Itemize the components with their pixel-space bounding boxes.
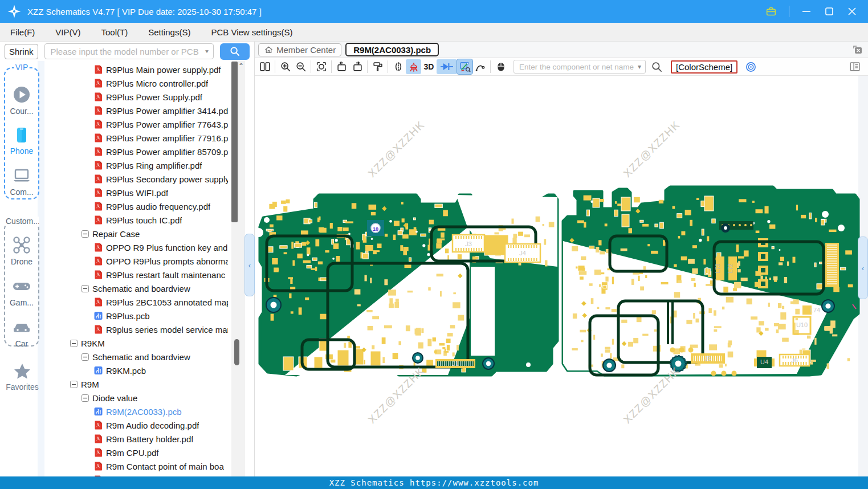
chevron-down-icon[interactable]: ▾ bbox=[205, 48, 209, 54]
tree-item[interactable]: R9Plus Power amplifier 3414.pd bbox=[44, 104, 228, 117]
sidebar-item-car[interactable]: Car bbox=[5, 317, 38, 348]
tree-group[interactable]: Schematic and boardview bbox=[44, 282, 228, 295]
collapse-left-panel-handle[interactable]: ‹ bbox=[244, 234, 255, 296]
sidebar-item-gam[interactable]: Gam... bbox=[5, 276, 38, 307]
tree-item[interactable]: R9Plus 2BC1053 annotated map bbox=[44, 295, 228, 309]
close-button[interactable] bbox=[846, 6, 858, 17]
net-search-icon[interactable] bbox=[651, 61, 663, 73]
component-label: J1 bbox=[452, 360, 459, 367]
tree-item[interactable]: R9Plus Micro controller.pdf bbox=[44, 76, 228, 90]
tree-item[interactable]: R9m Contact point of main boa bbox=[44, 459, 228, 473]
toolbar-divider bbox=[331, 60, 332, 73]
file-tree: R9Plus Main power supply.pdfR9Plus Micro… bbox=[44, 61, 254, 476]
component-label: J5 bbox=[704, 355, 711, 362]
minimize-button[interactable] bbox=[801, 6, 812, 17]
sidebar-item-label: Com... bbox=[10, 188, 33, 197]
tree-item[interactable]: OPPO R9 Plus function key and bbox=[44, 241, 228, 254]
curve-trace-icon[interactable] bbox=[472, 59, 488, 74]
tree-item-label: R9Plus Power amplifier 77916.p bbox=[106, 133, 228, 143]
tree-group[interactable]: Schematic and boardview bbox=[44, 350, 228, 364]
tree-item[interactable]: R9plus series model service mar bbox=[44, 323, 228, 336]
shrink-button[interactable]: Shrink bbox=[5, 44, 38, 59]
pcb-board-view[interactable]: 10J3J4J1J5U4J6U10L74L73L72XZZ@XZZHKXZZ@X… bbox=[255, 76, 868, 475]
zoom-in-icon[interactable] bbox=[278, 59, 293, 74]
three-d-view-button[interactable]: 3D bbox=[421, 59, 437, 74]
diode-mode-icon[interactable] bbox=[437, 59, 457, 74]
tree-item[interactable]: R9Plus Power amplifier 77916.p bbox=[44, 131, 228, 145]
rotate-right-icon[interactable] bbox=[349, 59, 365, 74]
tree-item[interactable]: R9Plus Main power supply.pdf bbox=[44, 63, 228, 76]
member-center-button[interactable]: Member Center bbox=[258, 43, 341, 56]
collapse-minus-icon[interactable] bbox=[70, 381, 78, 388]
collapse-right-panel-handle[interactable]: ‹ bbox=[858, 237, 868, 299]
tree-item[interactable]: R9m Battery holder.pdf bbox=[44, 432, 228, 446]
pdf-file-icon bbox=[94, 133, 103, 142]
tree-item[interactable]: R9Plus Power amplifier 85709.p bbox=[44, 145, 228, 158]
chevron-down-icon[interactable]: ▾ bbox=[638, 63, 641, 71]
tree-scrollbar-thumb[interactable] bbox=[231, 62, 238, 222]
model-search-box[interactable]: ▾ bbox=[44, 43, 214, 59]
menu-item-2[interactable]: VIP(V) bbox=[55, 27, 80, 37]
rotate-left-icon[interactable] bbox=[334, 59, 349, 74]
collapse-minus-icon[interactable] bbox=[81, 394, 89, 402]
color-scheme-button[interactable]: [ColorScheme] bbox=[671, 60, 737, 74]
collapse-minus-icon[interactable] bbox=[81, 285, 89, 292]
component-net-search-input[interactable] bbox=[518, 62, 638, 72]
menu-item-5[interactable]: PCB View settings(S) bbox=[211, 27, 292, 37]
tree-item[interactable]: R9Plus WIFI.pdf bbox=[44, 186, 228, 199]
paint-brush-icon[interactable] bbox=[370, 59, 385, 74]
mirror-flip-icon[interactable] bbox=[390, 59, 406, 74]
tree-item[interactable]: R9Plus Power Supply.pdf bbox=[44, 90, 228, 104]
fit-screen-icon[interactable] bbox=[313, 59, 329, 74]
measure-tool-icon[interactable] bbox=[457, 59, 472, 74]
tree-group[interactable]: Repair Case bbox=[44, 227, 228, 241]
tree-item[interactable]: R9Plus Secondary power supply bbox=[44, 172, 228, 186]
collapse-minus-icon[interactable] bbox=[70, 340, 78, 347]
component-net-search-box[interactable]: ▾ bbox=[514, 60, 646, 74]
pcb-file-icon bbox=[94, 366, 103, 375]
pdf-file-icon bbox=[94, 448, 103, 457]
tree-item[interactable]: R9KM.pcb bbox=[44, 364, 228, 377]
pcb-canvas[interactable]: 10J3J4J1J5U4J6U10L74L73L72XZZ@XZZHKXZZ@X… bbox=[255, 76, 868, 476]
layers-panel-icon[interactable] bbox=[849, 60, 861, 73]
menu-item-1[interactable]: File(F) bbox=[10, 27, 35, 37]
tree-item[interactable]: R9Plus Ring amplifier.pdf bbox=[44, 158, 228, 172]
pdf-file-icon bbox=[94, 421, 103, 430]
lamp-highlight-icon[interactable] bbox=[406, 59, 421, 74]
vip-briefcase-icon[interactable] bbox=[765, 5, 777, 18]
tree-item[interactable]: R9Plus restart fault maintenanc bbox=[44, 268, 228, 282]
visibility-eye-icon[interactable] bbox=[745, 61, 757, 73]
outer-scrollbar-thumb[interactable] bbox=[234, 339, 239, 365]
tree-group[interactable]: Diode value bbox=[44, 391, 228, 405]
sidebar-item-phone[interactable]: Phone bbox=[5, 125, 38, 156]
maximize-button[interactable] bbox=[824, 6, 835, 17]
menu-item-3[interactable]: Tool(T) bbox=[101, 27, 128, 37]
scroll-up-icon[interactable]: ⌃ bbox=[238, 62, 244, 70]
sidebar-item-com[interactable]: Com... bbox=[5, 165, 38, 197]
sidebar-item-cour[interactable]: Cour... bbox=[5, 84, 38, 116]
search-button[interactable] bbox=[220, 43, 250, 60]
tree-item[interactable]: R9m CPU.pdf bbox=[44, 446, 228, 459]
menu-item-4[interactable]: Settings(S) bbox=[148, 27, 190, 37]
tree-item[interactable]: R9m Audio decoding.pdf bbox=[44, 418, 228, 432]
zoom-out-icon[interactable] bbox=[293, 59, 308, 74]
collapse-minus-icon[interactable] bbox=[81, 353, 89, 361]
tree-item[interactable]: R9Plus.pcb bbox=[44, 309, 228, 323]
tree-item[interactable]: R9M(2AC0033).pcb bbox=[44, 405, 228, 418]
close-document-icon[interactable] bbox=[851, 44, 863, 55]
tree-group[interactable]: R9M bbox=[44, 377, 228, 391]
collapse-minus-icon[interactable] bbox=[81, 230, 89, 238]
sidebar-item-drone[interactable]: Drone bbox=[5, 235, 38, 266]
split-view-icon[interactable] bbox=[257, 59, 272, 74]
tree-group[interactable]: R9KM bbox=[44, 336, 228, 350]
tree-item[interactable]: R9Plus Power amplifier 77643.p bbox=[44, 117, 228, 131]
tree-item-label: R9Plus Secondary power supply bbox=[106, 174, 228, 184]
tree-item[interactable] bbox=[44, 473, 228, 476]
mouse-settings-icon[interactable] bbox=[493, 59, 508, 74]
tab-pcb-file[interactable]: R9M(2AC0033).pcb bbox=[345, 43, 439, 56]
tree-item[interactable]: R9Plus audio frequency.pdf bbox=[44, 199, 228, 213]
tree-item[interactable]: OPPO R9Plus prompts abnorma bbox=[44, 254, 228, 268]
model-search-input[interactable] bbox=[50, 46, 205, 57]
sidebar-item-favorites[interactable]: Favorites bbox=[0, 362, 44, 392]
tree-item[interactable]: R9Plus touch IC.pdf bbox=[44, 213, 228, 227]
